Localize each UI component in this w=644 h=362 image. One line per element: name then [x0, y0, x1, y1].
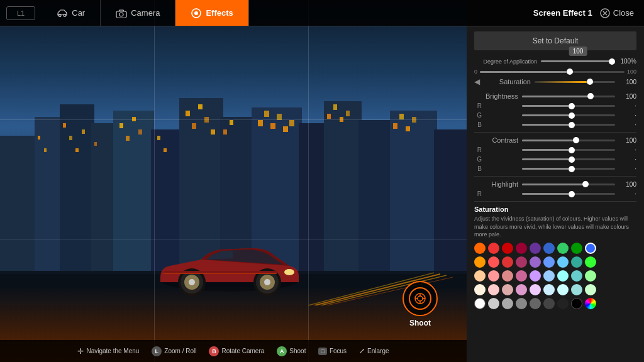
- divider1: [474, 132, 636, 133]
- svg-rect-28: [186, 111, 190, 116]
- contrast-g-slider[interactable]: [522, 158, 615, 160]
- svg-point-76: [119, 13, 123, 16]
- swatch-4-4[interactable]: [516, 284, 527, 295]
- saturation-slider[interactable]: [480, 71, 625, 73]
- swatch-green1[interactable]: [557, 243, 569, 254]
- camera-shutter-icon: [414, 292, 426, 305]
- swatch-3-2[interactable]: [488, 270, 499, 282]
- swatch-2-1[interactable]: [474, 256, 486, 268]
- brightness-row: Brightness 100: [474, 92, 636, 100]
- r-slider[interactable]: [522, 105, 615, 107]
- swatch-2-7[interactable]: [557, 256, 569, 268]
- degree-value: 100%: [619, 58, 636, 65]
- swatch-blue1[interactable]: [543, 243, 555, 254]
- saturation-label-row: ◀ Saturation 100: [474, 77, 636, 86]
- zoom-badge: L: [152, 346, 162, 356]
- swatch-5-2[interactable]: [488, 298, 499, 309]
- swatch-5-6[interactable]: [543, 298, 555, 309]
- svg-rect-66: [164, 273, 277, 274]
- swatch-5-7[interactable]: [557, 298, 569, 309]
- highlight-label: Highlight: [474, 180, 518, 188]
- hint-navigate-label: Navigate the Menu: [86, 348, 139, 354]
- swatch-3-7[interactable]: [557, 270, 569, 282]
- swatch-2-8[interactable]: [571, 256, 582, 268]
- info-text: Adjust the vividness (saturation) of col…: [474, 215, 636, 239]
- l1-badge: L1: [6, 6, 35, 20]
- swatch-blue2[interactable]: [585, 243, 596, 254]
- swatch-3-4[interactable]: [516, 270, 527, 282]
- contrast-b-label: B: [474, 165, 482, 172]
- arrow-left-icon[interactable]: ◀: [474, 77, 483, 86]
- swatch-2-2[interactable]: [488, 256, 499, 268]
- top-nav: L1 Car Camera Effects Screen Effect 1: [0, 0, 644, 26]
- close-button[interactable]: Close: [600, 8, 634, 18]
- tab-car[interactable]: Car: [42, 0, 101, 26]
- divider3: [474, 201, 636, 202]
- saturation-max: 100: [627, 69, 636, 75]
- swatch-4-8[interactable]: [571, 284, 582, 295]
- saturation-color-slider[interactable]: [535, 81, 615, 83]
- swatch-5-3[interactable]: [502, 298, 513, 309]
- swatch-3-5[interactable]: [530, 270, 541, 282]
- tab-camera[interactable]: Camera: [101, 0, 175, 26]
- swatch-5-4[interactable]: [516, 298, 527, 309]
- highlight-r-slider[interactable]: [522, 193, 615, 195]
- swatch-3-3[interactable]: [502, 270, 513, 282]
- swatch-purple2[interactable]: [530, 243, 541, 254]
- swatch-4-1[interactable]: [474, 284, 486, 295]
- contrast-value: 100: [619, 137, 636, 144]
- close-label: Close: [613, 8, 634, 18]
- swatch-purple1[interactable]: [516, 243, 527, 254]
- swatch-orange[interactable]: [474, 243, 486, 254]
- degree-label: Degree of Application: [474, 58, 537, 65]
- swatch-2-3[interactable]: [502, 256, 513, 268]
- svg-rect-20: [82, 129, 85, 134]
- contrast-b-slider[interactable]: [522, 168, 615, 170]
- swatch-red1[interactable]: [488, 243, 499, 254]
- swatch-5-1[interactable]: [474, 298, 486, 309]
- swatch-3-1[interactable]: [474, 270, 486, 282]
- b-slider[interactable]: [522, 124, 615, 126]
- swatch-green2[interactable]: [571, 243, 582, 254]
- highlight-slider[interactable]: [522, 184, 615, 185]
- swatch-2-9[interactable]: [585, 256, 596, 268]
- info-section: Saturation Adjust the vividness (saturat…: [474, 206, 636, 239]
- swatch-4-5[interactable]: [530, 284, 541, 295]
- color-swatches: [474, 243, 636, 309]
- g-slider[interactable]: [522, 114, 615, 116]
- contrast-r-row: R ·: [474, 146, 636, 153]
- svg-rect-33: [223, 129, 227, 134]
- swatch-5-8[interactable]: [571, 298, 582, 309]
- swatch-4-2[interactable]: [488, 284, 499, 295]
- degree-slider[interactable]: 100: [541, 60, 615, 62]
- navigate-icon: ✛: [77, 347, 84, 356]
- swatch-3-8[interactable]: [571, 270, 582, 282]
- contrast-slider[interactable]: [522, 140, 615, 141]
- swatch-4-6[interactable]: [543, 284, 555, 295]
- shoot-button[interactable]: [402, 281, 438, 316]
- set-default-button[interactable]: Set to Default: [474, 31, 636, 50]
- swatch-2-5[interactable]: [530, 256, 541, 268]
- tab-effects[interactable]: Effects: [175, 0, 248, 26]
- brightness-slider[interactable]: [522, 96, 615, 97]
- focus-badge: □: [318, 348, 326, 355]
- swatch-3-9[interactable]: [585, 270, 596, 282]
- shoot-badge: A: [277, 346, 287, 356]
- effects-icon: [191, 8, 202, 19]
- swatch-3-6[interactable]: [543, 270, 555, 282]
- swatch-4-3[interactable]: [502, 284, 513, 295]
- swatch-5-9[interactable]: [585, 298, 596, 309]
- swatch-2-4[interactable]: [516, 256, 527, 268]
- contrast-r-slider[interactable]: [522, 149, 615, 151]
- hint-navigate: ✛ Navigate the Menu: [77, 347, 139, 356]
- swatch-2-6[interactable]: [543, 256, 555, 268]
- svg-rect-42: [333, 104, 337, 110]
- swatch-4-9[interactable]: [585, 284, 596, 295]
- svg-point-64: [284, 269, 294, 275]
- svg-point-62: [189, 279, 195, 285]
- swatch-5-5[interactable]: [530, 298, 541, 309]
- svg-rect-44: [346, 111, 350, 116]
- swatch-4-7[interactable]: [557, 284, 569, 295]
- swatch-red2[interactable]: [502, 243, 513, 254]
- svg-rect-46: [399, 114, 404, 119]
